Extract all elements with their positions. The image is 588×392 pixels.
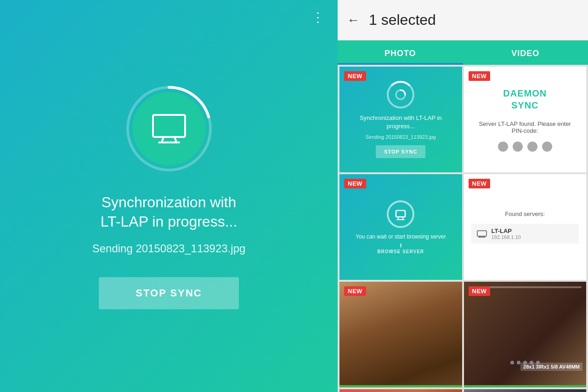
grid-cell-photo-5[interactable]: NEW — [339, 282, 462, 387]
left-panel: ⋮ Synchronization withLT-LAP in progress… — [0, 0, 338, 392]
pin-dot-3 — [527, 142, 537, 152]
divider — [400, 244, 401, 247]
monitor-icon — [151, 113, 187, 145]
tab-video[interactable]: VIDEO — [463, 40, 588, 65]
found-servers-label: Found servers: — [505, 210, 545, 217]
grid-cell-sync-progress[interactable]: NEW Synchronization with LT-LAP in progr… — [339, 67, 462, 172]
tab-photo-underline — [338, 63, 463, 65]
server-info: LT-LAP 192.168.1.10 — [492, 227, 521, 240]
green-bottom-line — [464, 385, 587, 387]
stop-sync-button[interactable]: STOP SYNC — [99, 277, 238, 309]
green-bottom-line — [339, 385, 462, 387]
server-name: LT-LAP — [492, 227, 521, 234]
grid-cell-photo-8[interactable]: NEW — [464, 389, 587, 392]
tab-photo-label: PHOTO — [384, 49, 416, 58]
new-badge: NEW — [344, 286, 366, 296]
server-circle-icon — [387, 200, 414, 228]
server-monitor-icon — [477, 230, 487, 238]
cell-stop-sync-button[interactable]: STOP SYNC — [376, 145, 425, 158]
grid-cell-found-servers[interactable]: NEW Found servers: LT-LAP 192.168.1.10 — [464, 174, 587, 280]
right-header: ← 1 selected — [338, 0, 588, 40]
mini-progress-circle — [387, 81, 414, 108]
new-badge: NEW — [344, 71, 366, 81]
photo-thumbnail-8 — [464, 389, 587, 392]
pin-dot-4 — [542, 142, 552, 152]
sync-subtitle: Sending 20150823_113923.jpg — [92, 242, 246, 255]
tab-photo[interactable]: PHOTO — [338, 40, 463, 65]
media-grid: NEW Synchronization with LT-LAP in progr… — [338, 65, 588, 392]
progress-circle — [123, 83, 215, 175]
page-title: 1 selected — [369, 11, 436, 28]
daemon-sync-title: DAEMONSYNC — [503, 87, 547, 111]
cell-browse-text: You can wait or start browsing server — [356, 233, 446, 241]
pin-dot-1 — [498, 142, 508, 152]
new-badge: NEW — [469, 179, 491, 188]
cell-sync-subtitle: Sending 20150823_113923.jpg — [366, 134, 436, 140]
server-ip: 192.168.1.10 — [492, 234, 521, 240]
right-panel: ← 1 selected PHOTO VIDEO NEW Synchroniza… — [338, 0, 588, 392]
svg-rect-2 — [153, 115, 185, 137]
new-badge: NEW — [344, 179, 366, 188]
back-button[interactable]: ← — [347, 13, 360, 28]
photo-thumbnail-7 — [339, 389, 462, 392]
grid-cell-photo-7[interactable]: NEW — [339, 389, 462, 392]
grid-cell-browse-server[interactable]: NEW You can wait or start browsing serve… — [339, 174, 462, 280]
grid-cell-photo-6[interactable]: NEW 28x1 3IRx1 5/8 AV48MM — [464, 282, 587, 387]
cell-sync-title: Synchronization with LT-LAP in progress.… — [349, 114, 453, 131]
photo-thumbnail-5 — [339, 282, 462, 387]
more-options-icon[interactable]: ⋮ — [311, 11, 325, 24]
server-list-item[interactable]: LT-LAP 192.168.1.10 — [471, 224, 579, 244]
browse-server-label: BROWSE SERVER — [377, 249, 424, 254]
tab-video-label: VIDEO — [511, 49, 539, 58]
monitor-icon-container — [132, 92, 206, 165]
svg-rect-7 — [396, 210, 405, 217]
pin-entry-text: Server LT-LAP found. Please enter PIN-co… — [473, 120, 577, 134]
pin-dots — [498, 142, 552, 152]
new-badge: NEW — [469, 286, 491, 296]
sync-title: Synchronization withLT-LAP in progress..… — [101, 193, 237, 231]
grid-cell-daemon-sync[interactable]: NEW DAEMONSYNC Server LT-LAP found. Plea… — [464, 67, 587, 172]
hardware-dots — [510, 361, 540, 364]
tab-bar: PHOTO VIDEO — [338, 40, 588, 65]
new-badge: NEW — [469, 71, 491, 81]
svg-rect-11 — [477, 231, 486, 236]
photo-thumbnail-6: 28x1 3IRx1 5/8 AV48MM — [464, 282, 587, 387]
pin-dot-2 — [513, 142, 523, 152]
